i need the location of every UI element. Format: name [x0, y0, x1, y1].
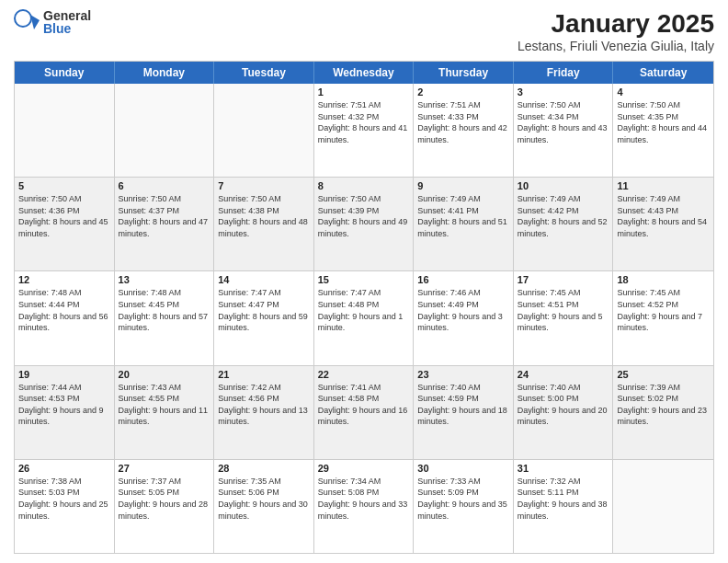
day-number: 11 [617, 180, 710, 191]
day-info: Sunrise: 7:51 AM Sunset: 4:33 PM Dayligh… [417, 99, 509, 145]
day-number: 27 [119, 463, 210, 474]
day-info: Sunrise: 7:37 AM Sunset: 5:05 PM Dayligh… [119, 476, 210, 522]
day-cell: 22Sunrise: 7:41 AM Sunset: 4:58 PM Dayli… [314, 366, 415, 459]
subtitle: Lestans, Friuli Venezia Giulia, Italy [518, 39, 714, 53]
day-number: 13 [119, 274, 210, 285]
day-info: Sunrise: 7:32 AM Sunset: 5:11 PM Dayligh… [518, 476, 609, 522]
day-number: 24 [518, 369, 609, 380]
day-cell: 10Sunrise: 7:49 AM Sunset: 4:42 PM Dayli… [514, 178, 614, 270]
day-number: 17 [518, 274, 609, 285]
day-cell [115, 84, 215, 177]
day-number: 5 [18, 180, 110, 191]
day-number: 25 [617, 369, 710, 380]
day-cell [214, 84, 314, 177]
day-info: Sunrise: 7:43 AM Sunset: 4:55 PM Dayligh… [119, 382, 210, 428]
day-number: 31 [518, 463, 609, 474]
day-number: 9 [417, 180, 509, 191]
day-number: 8 [318, 180, 410, 191]
day-info: Sunrise: 7:45 AM Sunset: 4:51 PM Dayligh… [518, 287, 609, 333]
day-cell: 5Sunrise: 7:50 AM Sunset: 4:36 PM Daylig… [15, 178, 115, 270]
week-row: 1Sunrise: 7:51 AM Sunset: 4:32 PM Daylig… [15, 84, 713, 178]
day-number: 19 [18, 369, 110, 380]
day-cell [613, 460, 713, 553]
day-cell: 1Sunrise: 7:51 AM Sunset: 4:32 PM Daylig… [314, 84, 415, 177]
header: General Blue January 2025 Lestans, Friul… [14, 9, 714, 53]
main-title: January 2025 [518, 9, 714, 39]
day-number: 22 [318, 369, 410, 380]
logo: General Blue [14, 9, 91, 35]
day-cell: 25Sunrise: 7:39 AM Sunset: 5:02 PM Dayli… [613, 366, 713, 459]
day-number: 20 [119, 369, 210, 380]
day-cell: 3Sunrise: 7:50 AM Sunset: 4:34 PM Daylig… [514, 84, 614, 177]
day-info: Sunrise: 7:34 AM Sunset: 5:08 PM Dayligh… [318, 476, 410, 522]
day-info: Sunrise: 7:50 AM Sunset: 4:39 PM Dayligh… [318, 193, 410, 239]
day-number: 23 [417, 369, 509, 380]
logo-icon [14, 9, 40, 35]
day-number: 10 [518, 180, 609, 191]
day-header: Monday [115, 62, 215, 84]
day-info: Sunrise: 7:45 AM Sunset: 4:52 PM Dayligh… [617, 287, 710, 333]
title-block: January 2025 Lestans, Friuli Venezia Giu… [518, 9, 714, 53]
week-row: 5Sunrise: 7:50 AM Sunset: 4:36 PM Daylig… [15, 178, 713, 271]
day-cell: 19Sunrise: 7:44 AM Sunset: 4:53 PM Dayli… [15, 366, 115, 459]
day-header: Friday [514, 62, 614, 84]
day-cell: 7Sunrise: 7:50 AM Sunset: 4:38 PM Daylig… [214, 178, 314, 270]
day-cell: 20Sunrise: 7:43 AM Sunset: 4:55 PM Dayli… [115, 366, 215, 459]
day-cell: 8Sunrise: 7:50 AM Sunset: 4:39 PM Daylig… [314, 178, 415, 270]
day-info: Sunrise: 7:50 AM Sunset: 4:36 PM Dayligh… [18, 193, 110, 239]
day-info: Sunrise: 7:50 AM Sunset: 4:38 PM Dayligh… [218, 193, 310, 239]
day-info: Sunrise: 7:51 AM Sunset: 4:32 PM Dayligh… [318, 99, 410, 145]
day-cell: 16Sunrise: 7:46 AM Sunset: 4:49 PM Dayli… [414, 271, 514, 364]
day-info: Sunrise: 7:49 AM Sunset: 4:42 PM Dayligh… [518, 193, 609, 239]
day-info: Sunrise: 7:44 AM Sunset: 4:53 PM Dayligh… [18, 382, 110, 428]
day-header: Wednesday [314, 62, 415, 84]
day-number: 1 [318, 86, 410, 98]
day-cell: 2Sunrise: 7:51 AM Sunset: 4:33 PM Daylig… [414, 84, 514, 177]
day-info: Sunrise: 7:42 AM Sunset: 4:56 PM Dayligh… [218, 382, 310, 428]
day-number: 30 [417, 463, 509, 474]
day-info: Sunrise: 7:40 AM Sunset: 4:59 PM Dayligh… [417, 382, 509, 428]
day-info: Sunrise: 7:40 AM Sunset: 5:00 PM Dayligh… [518, 382, 609, 428]
day-cell: 31Sunrise: 7:32 AM Sunset: 5:11 PM Dayli… [514, 460, 614, 553]
calendar: SundayMondayTuesdayWednesdayThursdayFrid… [14, 61, 714, 554]
svg-point-0 [15, 10, 31, 27]
week-row: 12Sunrise: 7:48 AM Sunset: 4:44 PM Dayli… [15, 271, 713, 365]
logo-general: General [43, 9, 91, 22]
day-cell: 14Sunrise: 7:47 AM Sunset: 4:47 PM Dayli… [214, 271, 314, 364]
day-cell: 27Sunrise: 7:37 AM Sunset: 5:05 PM Dayli… [115, 460, 215, 553]
logo-blue: Blue [43, 22, 91, 35]
day-number: 2 [417, 86, 509, 98]
day-number: 7 [218, 180, 310, 191]
day-cell: 13Sunrise: 7:48 AM Sunset: 4:45 PM Dayli… [115, 271, 215, 364]
day-number: 16 [417, 274, 509, 285]
day-cell: 23Sunrise: 7:40 AM Sunset: 4:59 PM Dayli… [414, 366, 514, 459]
day-info: Sunrise: 7:38 AM Sunset: 5:03 PM Dayligh… [18, 476, 110, 522]
day-number: 6 [119, 180, 210, 191]
day-cell: 26Sunrise: 7:38 AM Sunset: 5:03 PM Dayli… [15, 460, 115, 553]
day-number: 21 [218, 369, 310, 380]
day-info: Sunrise: 7:50 AM Sunset: 4:37 PM Dayligh… [119, 193, 210, 239]
day-headers: SundayMondayTuesdayWednesdayThursdayFrid… [15, 62, 713, 84]
day-number: 29 [318, 463, 410, 474]
calendar-body: 1Sunrise: 7:51 AM Sunset: 4:32 PM Daylig… [15, 84, 713, 553]
day-header: Thursday [414, 62, 514, 84]
day-info: Sunrise: 7:41 AM Sunset: 4:58 PM Dayligh… [318, 382, 410, 428]
day-cell: 29Sunrise: 7:34 AM Sunset: 5:08 PM Dayli… [314, 460, 415, 553]
day-number: 3 [518, 86, 609, 98]
day-cell [15, 84, 115, 177]
day-cell: 12Sunrise: 7:48 AM Sunset: 4:44 PM Dayli… [15, 271, 115, 364]
day-number: 14 [218, 274, 310, 285]
day-cell: 21Sunrise: 7:42 AM Sunset: 4:56 PM Dayli… [214, 366, 314, 459]
day-cell: 6Sunrise: 7:50 AM Sunset: 4:37 PM Daylig… [115, 178, 215, 270]
day-cell: 11Sunrise: 7:49 AM Sunset: 4:43 PM Dayli… [613, 178, 713, 270]
day-number: 12 [18, 274, 110, 285]
svg-marker-1 [30, 15, 40, 29]
day-info: Sunrise: 7:47 AM Sunset: 4:48 PM Dayligh… [318, 287, 410, 333]
day-info: Sunrise: 7:49 AM Sunset: 4:41 PM Dayligh… [417, 193, 509, 239]
day-info: Sunrise: 7:33 AM Sunset: 5:09 PM Dayligh… [417, 476, 509, 522]
day-info: Sunrise: 7:48 AM Sunset: 4:45 PM Dayligh… [119, 287, 210, 333]
day-cell: 9Sunrise: 7:49 AM Sunset: 4:41 PM Daylig… [414, 178, 514, 270]
day-cell: 4Sunrise: 7:50 AM Sunset: 4:35 PM Daylig… [613, 84, 713, 177]
day-number: 15 [318, 274, 410, 285]
day-info: Sunrise: 7:47 AM Sunset: 4:47 PM Dayligh… [218, 287, 310, 333]
